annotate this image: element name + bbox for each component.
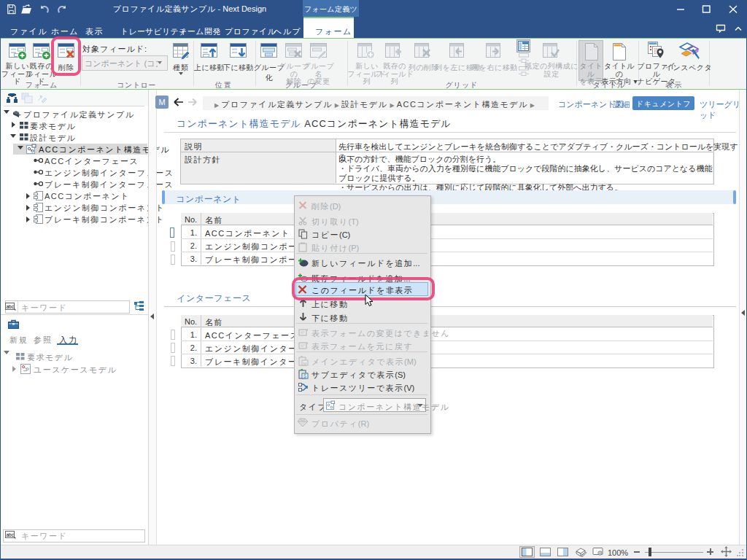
svg-text:M: M	[303, 362, 307, 366]
svg-text:abc: abc	[7, 532, 15, 537]
svg-text:abc: abc	[7, 304, 15, 309]
svg-text:S: S	[303, 373, 307, 378]
